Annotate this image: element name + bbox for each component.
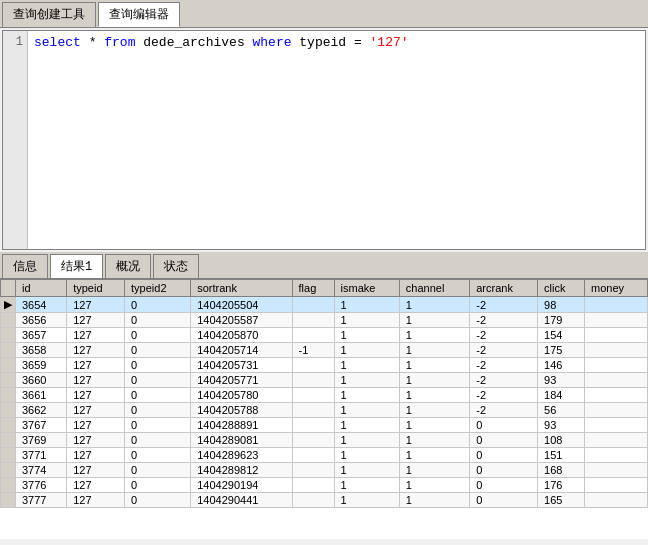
col-typeid[interactable]: typeid — [67, 280, 125, 297]
cell-arcrank: -2 — [470, 328, 538, 343]
results-area[interactable]: id typeid typeid2 sortrank flag ismake c… — [0, 279, 648, 539]
cell-flag — [292, 448, 334, 463]
sql-value: '127' — [370, 35, 409, 50]
cell-flag — [292, 313, 334, 328]
table-row[interactable]: 36601270140420577111-293 — [1, 373, 648, 388]
cell-channel: 1 — [399, 358, 469, 373]
sql-condition: typeid = — [299, 35, 369, 50]
col-channel[interactable]: channel — [399, 280, 469, 297]
row-indicator — [1, 448, 16, 463]
cell-id: 3654 — [16, 297, 67, 313]
cell-click: 93 — [538, 418, 585, 433]
tab-query-editor[interactable]: 查询编辑器 — [98, 2, 180, 27]
row-indicator — [1, 403, 16, 418]
col-ismake[interactable]: ismake — [334, 280, 399, 297]
cell-money — [585, 297, 648, 313]
cell-money — [585, 373, 648, 388]
cell-money — [585, 463, 648, 478]
line-numbers: 1 — [3, 31, 28, 249]
cell-id: 3774 — [16, 463, 67, 478]
cell-ismake: 1 — [334, 328, 399, 343]
cell-id: 3662 — [16, 403, 67, 418]
cell-flag: -1 — [292, 343, 334, 358]
cell-flag — [292, 373, 334, 388]
cell-channel: 1 — [399, 418, 469, 433]
table-row[interactable]: 36591270140420573111-2146 — [1, 358, 648, 373]
row-indicator — [1, 463, 16, 478]
table-row[interactable]: 36611270140420578011-2184 — [1, 388, 648, 403]
cell-money — [585, 493, 648, 508]
table-row[interactable]: 37671270140428889111093 — [1, 418, 648, 433]
cell-channel: 1 — [399, 328, 469, 343]
cell-arcrank: -2 — [470, 403, 538, 418]
cell-ismake: 1 — [334, 478, 399, 493]
col-click[interactable]: click — [538, 280, 585, 297]
bottom-tab-bar: 信息 结果1 概况 状态 — [0, 252, 648, 279]
table-row[interactable]: 36571270140420587011-2154 — [1, 328, 648, 343]
cell-channel: 1 — [399, 343, 469, 358]
row-indicator — [1, 433, 16, 448]
cell-sortrank: 1404290194 — [191, 478, 292, 493]
table-row[interactable]: 36561270140420558711-2179 — [1, 313, 648, 328]
tab-results1[interactable]: 结果1 — [50, 254, 103, 278]
cell-flag — [292, 478, 334, 493]
keyword-where: where — [252, 35, 291, 50]
line-number-1: 1 — [7, 35, 23, 49]
cell-flag — [292, 297, 334, 313]
table-row[interactable]: ▶36541270140420550411-298 — [1, 297, 648, 313]
cell-arcrank: 0 — [470, 478, 538, 493]
cell-typeid: 127 — [67, 313, 125, 328]
cell-ismake: 1 — [334, 448, 399, 463]
keyword-select: select — [34, 35, 81, 50]
cell-typeid2: 0 — [125, 448, 191, 463]
cell-ismake: 1 — [334, 493, 399, 508]
cell-money — [585, 433, 648, 448]
cell-sortrank: 1404205788 — [191, 403, 292, 418]
table-row[interactable]: 36621270140420578811-256 — [1, 403, 648, 418]
tab-info[interactable]: 信息 — [2, 254, 48, 278]
top-tab-bar: 查询创建工具 查询编辑器 — [0, 0, 648, 28]
table-row[interactable]: 377412701404289812110168 — [1, 463, 648, 478]
col-flag[interactable]: flag — [292, 280, 334, 297]
cell-channel: 1 — [399, 433, 469, 448]
tab-query-builder[interactable]: 查询创建工具 — [2, 2, 96, 27]
cell-click: 179 — [538, 313, 585, 328]
cell-ismake: 1 — [334, 433, 399, 448]
cell-typeid2: 0 — [125, 388, 191, 403]
table-row[interactable]: 377112701404289623110151 — [1, 448, 648, 463]
cell-click: 93 — [538, 373, 585, 388]
tab-status[interactable]: 状态 — [153, 254, 199, 278]
cell-sortrank: 1404205731 — [191, 358, 292, 373]
tab-overview[interactable]: 概况 — [105, 254, 151, 278]
cell-typeid: 127 — [67, 478, 125, 493]
cell-id: 3660 — [16, 373, 67, 388]
col-money[interactable]: money — [585, 280, 648, 297]
cell-click: 146 — [538, 358, 585, 373]
cell-typeid2: 0 — [125, 373, 191, 388]
cell-ismake: 1 — [334, 403, 399, 418]
cell-id: 3777 — [16, 493, 67, 508]
cell-channel: 1 — [399, 448, 469, 463]
results-table: id typeid typeid2 sortrank flag ismake c… — [0, 279, 648, 508]
col-arcrank[interactable]: arcrank — [470, 280, 538, 297]
table-row[interactable]: 377712701404290441110165 — [1, 493, 648, 508]
keyword-from: from — [104, 35, 135, 50]
cell-sortrank: 1404288891 — [191, 418, 292, 433]
cell-sortrank: 1404205587 — [191, 313, 292, 328]
col-id[interactable]: id — [16, 280, 67, 297]
col-typeid2[interactable]: typeid2 — [125, 280, 191, 297]
cell-sortrank: 1404290441 — [191, 493, 292, 508]
cell-typeid: 127 — [67, 388, 125, 403]
cell-typeid2: 0 — [125, 343, 191, 358]
table-row[interactable]: 376912701404289081110108 — [1, 433, 648, 448]
table-row[interactable]: 377612701404290194110176 — [1, 478, 648, 493]
sql-editor: 1 select * from dede_archives where type… — [2, 30, 646, 250]
cell-channel: 1 — [399, 493, 469, 508]
col-sortrank[interactable]: sortrank — [191, 280, 292, 297]
table-row[interactable]: 365812701404205714-111-2175 — [1, 343, 648, 358]
cell-sortrank: 1404205504 — [191, 297, 292, 313]
cell-sortrank: 1404205771 — [191, 373, 292, 388]
sql-text[interactable]: select * from dede_archives where typeid… — [28, 31, 645, 249]
cell-click: 168 — [538, 463, 585, 478]
cell-typeid: 127 — [67, 493, 125, 508]
